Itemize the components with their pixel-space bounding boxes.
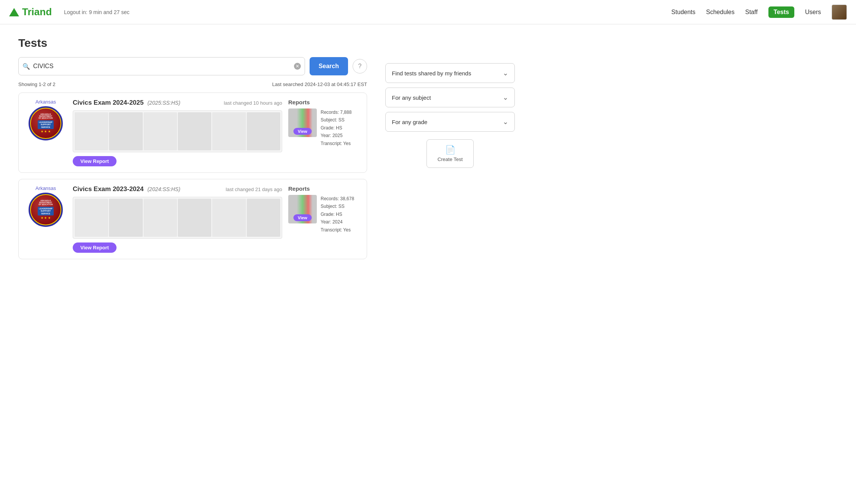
- badge-circle-2: ARKANSASDEPARTMENTOF EDUCATION LEADERSHI…: [29, 193, 63, 227]
- last-searched: Last searched 2024-12-03 at 04:45:17 EST: [272, 81, 367, 87]
- help-button[interactable]: ?: [353, 59, 367, 73]
- badge-circle: ARKANSASDEPARTMENTOF EDUCATION LEADERSHI…: [29, 106, 63, 140]
- filter-subject-label: For any subject: [392, 94, 431, 101]
- search-button[interactable]: Search: [310, 57, 348, 75]
- search-input-wrap: 🔍 ✕: [18, 57, 305, 75]
- card-left: Arkansas ARKANSASDEPARTMENTOF EDUCATION …: [25, 99, 67, 140]
- filter-friends[interactable]: Find tests shared by my friends ⌄: [385, 63, 515, 83]
- create-test-icon: 📄: [445, 145, 455, 155]
- clear-icon: ✕: [294, 63, 301, 70]
- test-card-2: Arkansas ARKANSASDEPARTMENTOF EDUCATION …: [18, 179, 367, 259]
- view-report-button[interactable]: View Report: [73, 156, 117, 166]
- view-report-button-2[interactable]: View Report: [73, 242, 117, 253]
- create-test-wrap: 📄 Create Test: [385, 139, 515, 168]
- card-code-2: (2024:SS:HS): [147, 186, 180, 192]
- left-panel: Tests 🔍 ✕ Search ? Showing 1-2 of 2 L: [18, 37, 367, 265]
- reports-title-2: Reports: [288, 185, 361, 192]
- card-title-2: Civics Exam 2023-2024: [73, 185, 144, 193]
- filter-subject[interactable]: For any subject ⌄: [385, 88, 515, 107]
- nav-schedules[interactable]: Schedules: [706, 9, 735, 16]
- main-content: Tests 🔍 ✕ Search ? Showing 1-2 of 2 L: [0, 24, 533, 278]
- header: Triand Logout in: 9 min and 27 sec Stude…: [0, 0, 856, 24]
- nav-tests[interactable]: Tests: [768, 6, 795, 18]
- record-count: Records: 7,888: [321, 108, 361, 116]
- record-count-2: Records: 38,678: [321, 195, 361, 203]
- card-left-2: Arkansas ARKANSASDEPARTMENTOF EDUCATION …: [25, 185, 67, 227]
- card-main-2: Civics Exam 2023-2024 (2024:SS:HS) last …: [73, 185, 282, 253]
- grade-info-2: Grade: HS: [321, 211, 361, 218]
- logout-timer: Logout in: 9 min and 27 sec: [64, 9, 129, 15]
- logo[interactable]: Triand: [9, 6, 52, 18]
- card-title-row: Civics Exam 2024-2025 (2025:SS:HS) last …: [73, 99, 282, 107]
- report-clearfix: View Records: 7,888 Subject: SS Grade: H…: [288, 108, 361, 147]
- subject-info-2: Subject: SS: [321, 203, 361, 210]
- card-main: Civics Exam 2024-2025 (2025:SS:HS) last …: [73, 99, 282, 166]
- grade-info: Grade: HS: [321, 124, 361, 132]
- year-info-2: Year: 2024: [321, 218, 361, 226]
- filter-grade-label: For any grade: [392, 119, 427, 125]
- report-info-2: Records: 38,678 Subject: SS Grade: HS Ye…: [321, 195, 361, 234]
- card-right-2: Reports View Records: 38,678 Subject: SS…: [288, 185, 361, 234]
- filter-friends-label: Find tests shared by my friends: [392, 70, 471, 77]
- search-row: 🔍 ✕ Search ?: [18, 57, 367, 75]
- results-bar: Showing 1-2 of 2 Last searched 2024-12-0…: [18, 81, 367, 87]
- card-changed: last changed 10 hours ago: [224, 100, 282, 106]
- reports-title: Reports: [288, 99, 361, 105]
- search-input[interactable]: [33, 63, 294, 70]
- transcript-info: Transcript: Yes: [321, 140, 361, 147]
- report-clearfix-2: View Records: 38,678 Subject: SS Grade: …: [288, 195, 361, 234]
- content-layout: Tests 🔍 ✕ Search ? Showing 1-2 of 2 L: [18, 37, 515, 265]
- search-icon: 🔍: [22, 63, 30, 70]
- main-nav: Students Schedules Staff Tests Users: [671, 5, 847, 20]
- card-changed-2: last changed 21 days ago: [226, 187, 282, 192]
- page-title: Tests: [18, 37, 367, 49]
- avatar[interactable]: [832, 5, 847, 20]
- nav-users[interactable]: Users: [805, 9, 821, 16]
- card-source: Arkansas: [35, 99, 56, 105]
- chevron-down-icon: ⌄: [503, 69, 508, 77]
- card-source-2: Arkansas: [35, 185, 56, 191]
- card-preview-2: [73, 197, 282, 239]
- card-preview: [73, 110, 282, 152]
- card-title-row-2: Civics Exam 2023-2024 (2024:SS:HS) last …: [73, 185, 282, 193]
- nav-staff[interactable]: Staff: [745, 9, 758, 16]
- report-thumb: View: [288, 108, 317, 137]
- transcript-info-2: Transcript: Yes: [321, 226, 361, 234]
- create-test-button[interactable]: 📄 Create Test: [426, 139, 474, 168]
- logo-text: Triand: [22, 6, 52, 18]
- results-count: Showing 1-2 of 2: [18, 81, 56, 87]
- filter-grade[interactable]: For any grade ⌄: [385, 112, 515, 132]
- report-info: Records: 7,888 Subject: SS Grade: HS Yea…: [321, 108, 361, 147]
- chevron-down-icon-2: ⌄: [503, 93, 508, 102]
- card-title: Civics Exam 2024-2025: [73, 99, 144, 107]
- nav-students[interactable]: Students: [671, 9, 695, 16]
- year-info: Year: 2025: [321, 132, 361, 139]
- chevron-down-icon-3: ⌄: [503, 118, 508, 126]
- clear-button[interactable]: ✕: [294, 63, 301, 70]
- card-code: (2025:SS:HS): [147, 100, 180, 106]
- help-icon: ?: [358, 63, 362, 70]
- right-panel: Find tests shared by my friends ⌄ For an…: [385, 37, 515, 168]
- test-card: Arkansas ARKANSASDEPARTMENTOF EDUCATION …: [18, 93, 367, 173]
- logo-triangle-icon: [9, 8, 19, 16]
- card-right: Reports View Records: 7,888 Subject: SS …: [288, 99, 361, 147]
- report-thumb-2: View: [288, 195, 317, 223]
- subject-info: Subject: SS: [321, 116, 361, 124]
- create-test-label: Create Test: [438, 156, 463, 162]
